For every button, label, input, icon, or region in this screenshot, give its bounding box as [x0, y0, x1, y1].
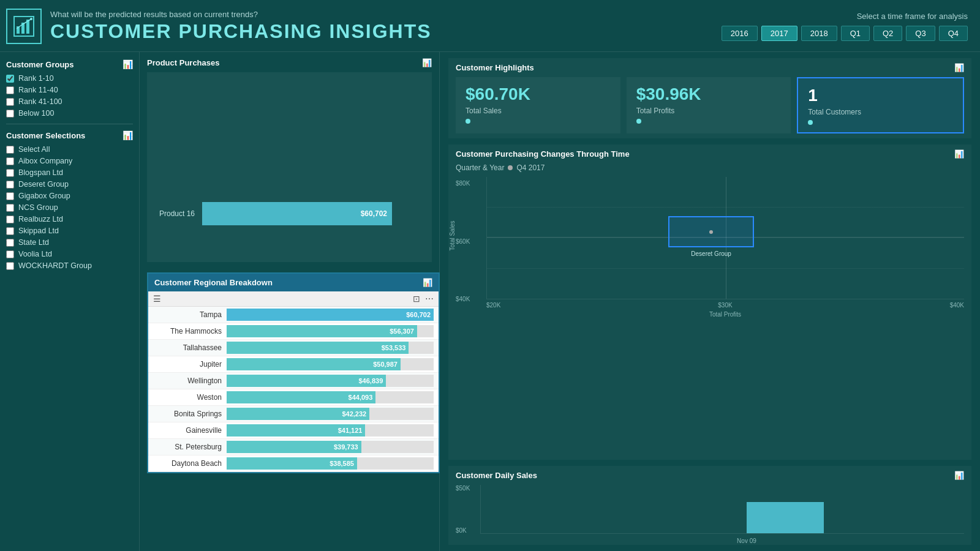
svg-point-4 [30, 18, 32, 20]
rank-11-40-item[interactable]: Rank 11-40 [6, 86, 133, 94]
below-100-checkbox[interactable] [6, 110, 14, 118]
rb-bar-container: $50,987 [227, 358, 434, 370]
rb-bar-fill: $60,702 [227, 309, 434, 321]
q1-button[interactable]: Q1 [841, 26, 870, 41]
rb-bar-container: $41,121 [227, 424, 434, 437]
daily-sales-section: Customer Daily Sales 📊 $50K $0K Nov 09 [448, 466, 971, 545]
total-sales-card: $60.70K Total Sales [456, 77, 620, 133]
product-purchases-title: Product Purchases 📊 [147, 58, 432, 67]
rb-city-label: Wellington [153, 377, 227, 385]
rb-toolbar: ☰ ⊡ ⋯ [148, 291, 439, 307]
rb-city-label: St. Petersburg [153, 443, 227, 451]
q3-button[interactable]: Q3 [906, 26, 935, 41]
realbuzz-checkbox[interactable] [6, 216, 14, 223]
scatter-x-title: Total Profits [486, 311, 964, 318]
product-purchases-chart: Product 16 $60,702 [147, 72, 432, 262]
daily-chart-icon: 📊 [954, 471, 964, 480]
q2-button[interactable]: Q2 [873, 26, 902, 41]
state-checkbox[interactable] [6, 239, 14, 247]
year-2018-button[interactable]: 2018 [801, 26, 837, 41]
scatter-chart-area: $80K $60K $40K Deseret Group [456, 177, 964, 324]
rb-bar-fill: $46,839 [227, 375, 386, 387]
deseret-item[interactable]: Deseret Group [6, 180, 133, 189]
rb-bar-fill: $38,585 [227, 457, 357, 470]
voolia-item[interactable]: Voolia Ltd [6, 250, 133, 258]
header-title: CUSTOMER PURCHASING INSIGHTS [50, 20, 432, 43]
rb-table[interactable]: Tampa$60,702The Hammocks$56,307Tallahass… [148, 307, 439, 472]
gigabox-checkbox[interactable] [6, 192, 14, 200]
rank-41-100-item[interactable]: Rank 41-100 [6, 97, 133, 106]
total-customers-dot [808, 120, 813, 125]
header-subtitle: What will be the predicted results based… [50, 10, 432, 19]
state-item[interactable]: State Ltd [6, 238, 133, 247]
rb-row: Daytona Beach$38,585 [148, 455, 439, 472]
rb-bar-fill: $42,232 [227, 408, 369, 420]
rb-bar-fill: $41,121 [227, 424, 365, 437]
product-bar: $60,702 [202, 202, 392, 225]
below-100-item[interactable]: Below 100 [6, 109, 133, 118]
purchasing-changes-section: Customer Purchasing Changes Through Time… [448, 144, 971, 460]
rb-bar-container: $60,702 [227, 309, 434, 321]
aibox-checkbox[interactable] [6, 157, 14, 165]
rb-city-label: Gainesville [153, 426, 227, 435]
scatter-y-title: Total Sales [449, 221, 456, 251]
rb-row: Tampa$60,702 [148, 307, 439, 323]
blogspan-item[interactable]: Blogspan Ltd [6, 168, 133, 177]
year-2016-button[interactable]: 2016 [722, 26, 758, 41]
aibox-item[interactable]: Aibox Company [6, 157, 133, 165]
timeframe-label: Select a time frame for analysis [857, 12, 968, 21]
total-profits-card: $30.96K Total Profits [627, 77, 791, 133]
total-profits-value: $30.96K [636, 84, 782, 104]
realbuzz-item[interactable]: Realbuzz Ltd [6, 215, 133, 223]
header: What will be the predicted results based… [0, 0, 980, 52]
product-label: Product 16 [159, 209, 195, 218]
rb-bar-container: $56,307 [227, 325, 434, 337]
total-sales-value: $60.70K [466, 84, 611, 104]
rb-bar-container: $44,093 [227, 391, 434, 403]
rb-city-label: Tallahassee [153, 343, 227, 352]
rank-1-10-item[interactable]: Rank 1-10 [6, 74, 133, 83]
rb-menu-icon[interactable]: ☰ [153, 294, 161, 304]
select-all-item[interactable]: Select All [6, 145, 133, 154]
rb-row: Jupiter$50,987 [148, 356, 439, 373]
header-right: Select a time frame for analysis 2016 20… [722, 12, 968, 41]
rank-11-40-checkbox[interactable] [6, 86, 14, 94]
rb-bar-fill: $53,533 [227, 342, 409, 354]
rb-city-label: Jupiter [153, 360, 227, 369]
daily-bar-nov09: Nov 09 [747, 502, 824, 533]
rb-row: Gainesville$41,121 [148, 422, 439, 439]
skippad-item[interactable]: Skippad Ltd [6, 227, 133, 235]
ncs-checkbox[interactable] [6, 204, 14, 212]
gigabox-item[interactable]: Gigabox Group [6, 192, 133, 200]
purchasing-changes-title: Customer Purchasing Changes Through Time… [456, 149, 964, 159]
total-sales-dot [466, 119, 470, 124]
select-all-checkbox[interactable] [6, 146, 14, 154]
rank-1-10-checkbox[interactable] [6, 75, 14, 83]
deseret-checkbox[interactable] [6, 181, 14, 189]
total-customers-value: 1 [808, 86, 953, 105]
rank-41-100-checkbox[interactable] [6, 98, 14, 106]
total-customers-label: Total Customers [808, 108, 953, 116]
year-2017-button[interactable]: 2017 [761, 26, 797, 41]
rb-bar-fill: $44,093 [227, 391, 375, 403]
wockhardt-item[interactable]: WOCKHARDT Group [6, 261, 133, 270]
rb-expand-icon[interactable]: ⊡ [413, 294, 420, 304]
highlights-cards: $60.70K Total Sales $30.96K Total Profit… [456, 77, 964, 133]
regional-breakdown-panel: Customer Regional Breakdown 📊 ☰ ⊡ ⋯ Tamp… [147, 272, 440, 473]
sidebar-divider [6, 124, 133, 124]
voolia-checkbox[interactable] [6, 250, 14, 258]
ncs-item[interactable]: NCS Group [6, 203, 133, 212]
rb-row: Weston$44,093 [148, 389, 439, 406]
q4-button[interactable]: Q4 [939, 26, 968, 41]
product-bar-area: Product 16 $60,702 [147, 202, 432, 225]
rb-more-icon[interactable]: ⋯ [425, 294, 434, 304]
rb-city-label: Weston [153, 393, 227, 402]
total-sales-label: Total Sales [466, 107, 611, 115]
blogspan-checkbox[interactable] [6, 169, 14, 177]
daily-chart-inner: Nov 09 [480, 485, 964, 534]
rb-bar-container: $38,585 [227, 457, 434, 470]
skippad-checkbox[interactable] [6, 227, 14, 235]
quarter-dot [508, 165, 513, 170]
right-panel: Customer Highlights 📊 $60.70K Total Sale… [440, 52, 980, 551]
wockhardt-checkbox[interactable] [6, 262, 14, 270]
